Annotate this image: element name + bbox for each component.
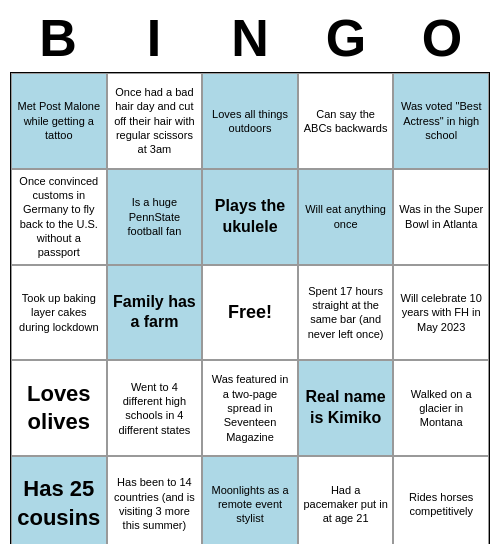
bingo-cell-16[interactable]: Went to 4 different high schools in 4 di… (107, 360, 203, 456)
bingo-cell-8[interactable]: Will eat anything once (298, 169, 394, 265)
bingo-cell-3[interactable]: Can say the ABCs backwards (298, 73, 394, 169)
bingo-cell-18[interactable]: Real name is Kimiko (298, 360, 394, 456)
bingo-cell-13[interactable]: Spent 17 hours straight at the same bar … (298, 265, 394, 361)
bingo-cell-20[interactable]: Has 25 cousins (11, 456, 107, 544)
bingo-cell-2[interactable]: Loves all things outdoors (202, 73, 298, 169)
bingo-cell-1[interactable]: Once had a bad hair day and cut off thei… (107, 73, 203, 169)
letter-g: G (322, 8, 370, 68)
bingo-cell-21[interactable]: Has been to 14 countries (and is visitin… (107, 456, 203, 544)
letter-b: B (34, 8, 82, 68)
bingo-cell-7[interactable]: Plays the ukulele (202, 169, 298, 265)
bingo-cell-0[interactable]: Met Post Malone while getting a tattoo (11, 73, 107, 169)
letter-o: O (418, 8, 466, 68)
bingo-cell-11[interactable]: Family has a farm (107, 265, 203, 361)
bingo-cell-9[interactable]: Was in the Super Bowl in Atlanta (393, 169, 489, 265)
bingo-cell-17[interactable]: Was featured in a two-page spread in Sev… (202, 360, 298, 456)
bingo-cell-14[interactable]: Will celebrate 10 years with FH in May 2… (393, 265, 489, 361)
letter-n: N (226, 8, 274, 68)
bingo-cell-15[interactable]: Loves olives (11, 360, 107, 456)
bingo-cell-6[interactable]: Is a huge PennState football fan (107, 169, 203, 265)
bingo-cell-19[interactable]: Walked on a glacier in Montana (393, 360, 489, 456)
bingo-cell-4[interactable]: Was voted "Best Actress" in high school (393, 73, 489, 169)
bingo-title: B I N G O (10, 8, 490, 68)
letter-i: I (130, 8, 178, 68)
bingo-cell-10[interactable]: Took up baking layer cakes during lockdo… (11, 265, 107, 361)
bingo-cell-22[interactable]: Moonlights as a remote event stylist (202, 456, 298, 544)
bingo-grid: Met Post Malone while getting a tattooOn… (10, 72, 490, 544)
bingo-cell-12[interactable]: Free! (202, 265, 298, 361)
bingo-cell-5[interactable]: Once convinced customs in Germany to fly… (11, 169, 107, 265)
bingo-cell-24[interactable]: Rides horses competitively (393, 456, 489, 544)
bingo-cell-23[interactable]: Had a pacemaker put in at age 21 (298, 456, 394, 544)
